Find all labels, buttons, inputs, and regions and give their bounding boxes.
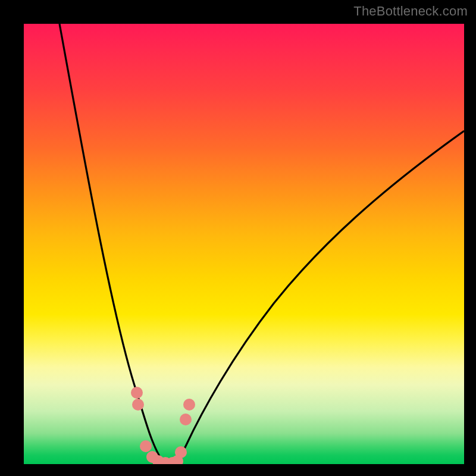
marker-group bbox=[131, 387, 195, 464]
marker-dot bbox=[175, 446, 187, 458]
chart-svg bbox=[24, 24, 464, 464]
marker-dot bbox=[132, 399, 144, 411]
chart-frame: TheBottleneck.com bbox=[0, 0, 476, 476]
attribution-label: TheBottleneck.com bbox=[353, 4, 468, 19]
marker-dot bbox=[131, 387, 143, 399]
marker-dot bbox=[180, 414, 192, 425]
curve-right bbox=[167, 131, 464, 464]
curve-left bbox=[60, 24, 167, 464]
marker-dot bbox=[140, 440, 152, 452]
marker-dot bbox=[183, 399, 195, 411]
plot-area bbox=[24, 24, 464, 464]
